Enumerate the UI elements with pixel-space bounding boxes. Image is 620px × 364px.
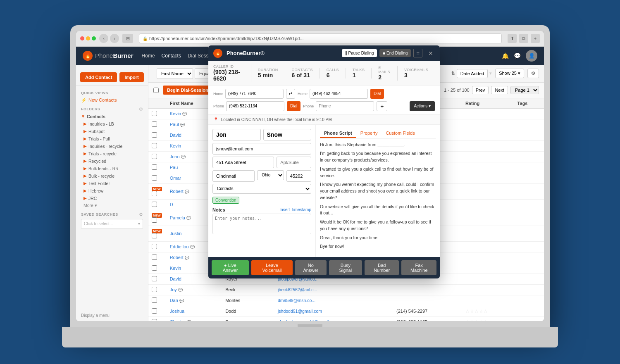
next-page-button[interactable]: Next (491, 86, 508, 94)
chat-icon[interactable]: 💬 (514, 52, 521, 59)
dialer-close-button[interactable]: ✕ (427, 50, 435, 57)
home-phone-2-input[interactable] (310, 89, 368, 99)
dialer-menu-button[interactable]: ≡ (413, 49, 422, 57)
tab-property[interactable]: Property (356, 129, 382, 138)
more-folders-link[interactable]: More ▾ (76, 202, 148, 209)
sidebar-item-hebrew[interactable]: ▶ Hebrew (76, 187, 148, 195)
contact-name-link-4[interactable]: Kevin (170, 143, 181, 148)
select-all-checkbox[interactable] (153, 88, 159, 93)
display-menu[interactable]: Display a menu (81, 313, 110, 318)
row-checkbox-2[interactable] (152, 121, 157, 127)
contact-email-17[interactable]: dm9599@msn.co... (278, 298, 315, 303)
contact-name-link-10[interactable]: Pamela (170, 215, 185, 220)
address-input[interactable] (212, 157, 274, 168)
show-count-button[interactable]: Show 25 ▾ (495, 69, 524, 78)
insert-timestamp-button[interactable]: Insert Timestamp (279, 207, 311, 212)
table-settings-button[interactable]: ⚙ (527, 69, 539, 78)
contact-name-link-13[interactable]: Robert (170, 255, 184, 260)
row-checkbox-5[interactable] (152, 154, 157, 159)
dial-home-button[interactable]: Dial (370, 89, 384, 99)
contact-name-link-8[interactable]: Robert (170, 189, 184, 194)
nav-home[interactable]: Home (142, 51, 155, 60)
nav-contacts[interactable]: Contacts (162, 51, 181, 60)
add-button[interactable]: + (531, 34, 540, 43)
tab-phone-script[interactable]: Phone Script (320, 129, 356, 138)
contact-name-link-15[interactable]: David (170, 276, 181, 281)
row-checkbox-7[interactable] (152, 175, 157, 181)
fax-machine-button[interactable]: Fax Machine (401, 260, 436, 275)
row-checkbox-16[interactable] (152, 287, 157, 292)
view-toggle[interactable]: ⊞ (122, 34, 133, 43)
bad-number-button[interactable]: Bad Number (365, 260, 399, 275)
contact-name-link-1[interactable]: Kevin (170, 111, 181, 116)
row-checkbox-8[interactable] (152, 191, 157, 196)
phone-2-input[interactable] (316, 101, 374, 111)
filter-field-select[interactable]: First Name (157, 68, 193, 79)
sidebar-item-jrc[interactable]: ▶ JRC (76, 195, 148, 202)
sidebar-item-inquiries-recycle[interactable]: ▶ Inquiries - recycle (76, 143, 148, 150)
row-checkbox-18[interactable] (152, 308, 157, 314)
sidebar-item-hubspot[interactable]: ▶ Hubspot (76, 128, 148, 135)
sidebar-item-trials-pull[interactable]: ▶ Trials - Pull (76, 135, 148, 143)
contact-name-link-16[interactable]: Joy (170, 287, 177, 292)
live-answer-button[interactable]: ● Live Answer (212, 260, 249, 275)
no-answer-button[interactable]: No Answer (295, 260, 327, 275)
leave-voicemail-button[interactable]: Leave Voicemail (251, 260, 293, 275)
zip-input[interactable] (286, 170, 311, 182)
contact-name-link-17[interactable]: Dan (170, 298, 178, 303)
row-checkbox-9[interactable] (152, 202, 157, 207)
end-dialing-button[interactable]: ■ End Dialing (379, 49, 411, 57)
phone-1-input[interactable] (226, 101, 284, 111)
prev-page-button[interactable]: Prev (472, 86, 489, 94)
row-checkbox-13[interactable] (152, 255, 157, 260)
sidebar-item-inquiries-lb[interactable]: ▶ Inquiries - LB (76, 120, 148, 128)
forward-button[interactable]: › (110, 34, 119, 43)
sort-by-button[interactable]: Date Added (457, 69, 488, 78)
row-checkbox-11[interactable] (152, 233, 157, 238)
contact-name-link-19[interactable]: Charles (170, 319, 186, 321)
import-button[interactable]: Import (119, 72, 143, 82)
sidebar-item-bulk-leads[interactable]: ▶ Bulk leads - RR (76, 165, 148, 172)
row-checkbox-15[interactable] (152, 276, 157, 281)
minimize-dot[interactable] (86, 36, 90, 40)
first-name-input[interactable] (212, 129, 261, 140)
page-select[interactable]: Page 1 (510, 86, 539, 94)
close-dot[interactable] (80, 36, 84, 40)
sidebar-item-recycled[interactable]: ▶ Recycled (76, 157, 148, 165)
avatar[interactable]: 👤 (526, 50, 537, 62)
contact-email-18[interactable]: jshdodd91@gmail.com (278, 309, 322, 314)
contact-name-link-9[interactable]: D (170, 202, 173, 207)
row-checkbox-3[interactable] (152, 132, 157, 138)
contact-name-link-12[interactable]: Eddie lou (170, 244, 189, 249)
folders-gear-icon[interactable]: ⚙ (139, 107, 143, 112)
contacts-folder[interactable]: ▼ Contacts (76, 113, 148, 120)
switch-phone-button[interactable]: ⇄ (286, 89, 295, 99)
email-input[interactable] (212, 143, 311, 155)
contact-email-19[interactable]: charlesbergeron44@gmail.com (278, 319, 338, 321)
city-input[interactable] (212, 170, 255, 182)
home-phone-1-input[interactable] (225, 89, 284, 99)
contact-name-link-3[interactable]: David (170, 133, 181, 138)
apt-suite-input[interactable] (277, 157, 311, 168)
dial-phone1-button[interactable]: Dial (287, 101, 300, 111)
contact-name-link-2[interactable]: Paul (170, 122, 179, 127)
notes-textarea[interactable] (212, 214, 311, 234)
back-button[interactable]: ‹ (99, 34, 108, 43)
copy-button[interactable]: ⧉ (519, 34, 528, 43)
row-checkbox-1[interactable] (152, 111, 157, 116)
contact-name-link-18[interactable]: Joshua (170, 309, 184, 314)
sidebar-item-test-folder[interactable]: ▶ Test Folder (76, 180, 148, 187)
state-select[interactable]: Ohio (257, 170, 284, 180)
notification-icon[interactable]: 🔔 (502, 52, 509, 59)
begin-dial-session-button[interactable]: Begin Dial-Session (163, 86, 212, 95)
row-checkbox-6[interactable] (152, 164, 157, 170)
row-checkbox-4[interactable] (152, 143, 157, 148)
row-checkbox-17[interactable] (152, 297, 157, 303)
add-contact-button[interactable]: Add Contact (80, 72, 117, 82)
new-contacts-item[interactable]: ⚡ New Contacts (76, 96, 148, 104)
row-checkbox-19[interactable] (152, 319, 157, 321)
sidebar-item-bulk-recycle[interactable]: ▶ Bulk - recycle (76, 172, 148, 180)
actions-button[interactable]: Actions ▾ (410, 101, 435, 111)
sidebar-item-trials-recycle[interactable]: ▶ Trials - recycle (76, 150, 148, 157)
contact-name-link-7[interactable]: Omar (170, 176, 181, 181)
